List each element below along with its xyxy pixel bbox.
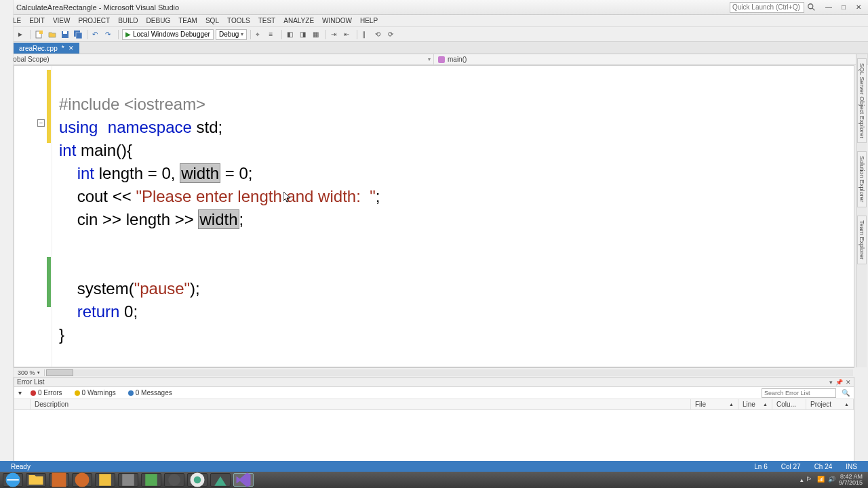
panel-dropdown-icon[interactable]: ▾ xyxy=(829,379,833,386)
toolbar-button-i[interactable]: ⟲ xyxy=(374,29,384,40)
filter-warnings[interactable]: 0 Warnings xyxy=(71,388,119,397)
menu-debug[interactable]: DEBUG xyxy=(142,17,175,24)
taskbar-app6-icon[interactable] xyxy=(164,473,184,487)
taskbar-explorer-icon[interactable] xyxy=(26,473,46,487)
taskbar-app4-icon[interactable] xyxy=(118,473,138,487)
col-project[interactable]: Project▲ xyxy=(806,399,854,409)
toolbar-button-a[interactable]: ⌖ xyxy=(254,29,265,40)
taskbar-app7-icon[interactable] xyxy=(210,473,231,487)
code-editor[interactable]: −#include <iostream> using namespace std… xyxy=(14,65,854,367)
svg-line-1 xyxy=(812,7,815,10)
toolbar-button-c[interactable]: ◧ xyxy=(285,29,296,40)
menu-team[interactable]: TEAM xyxy=(174,17,201,24)
tray-chevron-icon[interactable]: ▴ xyxy=(800,476,804,483)
team-explorer-tab[interactable]: Team Explorer xyxy=(857,216,867,264)
tray-clock[interactable]: 8:42 AM 9/7/2015 xyxy=(839,474,863,486)
col-line[interactable]: Line▲ xyxy=(738,399,772,409)
taskbar-vs-icon[interactable] xyxy=(233,473,254,487)
config-combo[interactable]: Debug xyxy=(216,29,247,40)
navigation-bar: (Global Scope) main() xyxy=(0,54,868,65)
open-button[interactable] xyxy=(47,29,58,40)
tab-arearec-cpp[interactable]: areaRec.cpp * ✕ xyxy=(14,43,79,54)
start-debugging-button[interactable]: ▶ Local Windows Debugger xyxy=(122,29,214,40)
quick-launch-input[interactable] xyxy=(730,2,804,13)
toolbar-button-j[interactable]: ⟳ xyxy=(387,29,397,40)
col-file[interactable]: File▲ xyxy=(691,399,738,409)
error-list-titlebar[interactable]: Error List ▾ 📌 ✕ xyxy=(14,378,854,387)
menu-project[interactable]: PROJECT xyxy=(74,17,114,24)
maximize-button[interactable]: □ xyxy=(837,2,850,13)
menu-edit[interactable]: EDIT xyxy=(25,17,49,24)
function-icon xyxy=(438,56,445,63)
error-list-filters: ▾ 0 Errors 0 Warnings 0 Messages 🔍 xyxy=(14,387,854,399)
toolbar-button-b[interactable]: ≡ xyxy=(267,29,278,40)
scrollbar-thumb[interactable] xyxy=(46,369,73,376)
menu-test[interactable]: TEST xyxy=(254,17,280,24)
close-button[interactable]: ✕ xyxy=(852,2,865,13)
taskbar-chrome-icon[interactable] xyxy=(187,473,208,487)
col-column[interactable]: Colu... xyxy=(772,399,806,409)
code-text: ; xyxy=(376,187,380,205)
menu-build[interactable]: BUILD xyxy=(114,17,142,24)
new-project-button[interactable] xyxy=(34,29,45,40)
left-tool-rail[interactable] xyxy=(0,0,14,488)
toolbar-button-h[interactable]: ∥ xyxy=(361,29,372,40)
tab-filename: areaRec.cpp xyxy=(19,45,58,52)
save-button[interactable] xyxy=(60,29,71,40)
sql-server-explorer-tab[interactable]: SQL Server Object Explorer xyxy=(857,58,867,143)
undo-button[interactable]: ↶ xyxy=(91,29,102,40)
code-text: int xyxy=(59,141,76,159)
code-text: = 0; xyxy=(220,164,252,182)
toolbar-button-f[interactable]: ⇥ xyxy=(330,29,340,40)
panel-pin-icon[interactable]: 📌 xyxy=(835,379,843,386)
taskbar-app1-icon[interactable] xyxy=(49,473,69,487)
menu-tools[interactable]: TOOLS xyxy=(223,17,254,24)
toolbar-button-e[interactable]: ▦ xyxy=(311,29,322,40)
fold-toggle-icon[interactable]: − xyxy=(37,119,45,127)
search-icon[interactable]: 🔍 xyxy=(842,389,850,396)
taskbar-app5-icon[interactable] xyxy=(141,473,161,487)
system-tray[interactable]: ▴ 🏳 📶 🔊 8:42 AM 9/7/2015 xyxy=(800,474,865,486)
taskbar-app2-icon[interactable] xyxy=(72,473,92,487)
svg-point-16 xyxy=(194,476,201,484)
redo-button[interactable]: ↷ xyxy=(104,29,115,40)
error-list-search-input[interactable] xyxy=(762,388,836,398)
horizontal-scrollbar[interactable] xyxy=(46,369,853,376)
taskbar-ie-icon[interactable] xyxy=(3,473,23,487)
code-text: cout << xyxy=(77,187,136,205)
zoom-combo[interactable]: 300 % xyxy=(14,369,45,376)
menu-window[interactable]: WINDOW xyxy=(318,17,356,24)
member-combo[interactable]: main() xyxy=(434,54,868,64)
code-text: "Please enter length and width: " xyxy=(136,187,375,205)
tab-close-icon[interactable]: ✕ xyxy=(68,45,74,52)
toolbar-button-g[interactable]: ⇤ xyxy=(342,29,353,40)
highlighted-symbol: width xyxy=(198,209,239,229)
filter-messages[interactable]: 0 Messages xyxy=(125,388,176,397)
svg-rect-3 xyxy=(39,30,43,34)
menu-help[interactable]: HELP xyxy=(356,17,382,24)
col-icon[interactable] xyxy=(14,399,31,409)
code-text: int xyxy=(77,164,94,182)
editor-gutter xyxy=(14,66,52,367)
filter-errors[interactable]: 0 Errors xyxy=(27,388,66,397)
menu-analyze[interactable]: ANALYZE xyxy=(279,17,318,24)
tray-flag-icon[interactable]: 🏳 xyxy=(806,476,814,484)
toolbar-button-d[interactable]: ◨ xyxy=(298,29,309,40)
taskbar-app3-icon[interactable] xyxy=(95,473,115,487)
search-icon[interactable] xyxy=(807,3,816,12)
scope-combo[interactable]: (Global Scope) xyxy=(0,54,434,64)
menu-view[interactable]: VIEW xyxy=(49,17,75,24)
code-text xyxy=(59,164,77,182)
menu-sql[interactable]: SQL xyxy=(201,17,223,24)
solution-explorer-tab[interactable]: Solution Explorer xyxy=(857,151,867,207)
panel-close-icon[interactable]: ✕ xyxy=(846,379,851,386)
col-description[interactable]: Description xyxy=(31,399,691,409)
svg-rect-11 xyxy=(99,474,111,486)
minimize-button[interactable]: — xyxy=(822,2,835,13)
tray-volume-icon[interactable]: 🔊 xyxy=(828,476,836,484)
filter-dropdown-icon[interactable]: ▾ xyxy=(18,389,22,396)
tray-network-icon[interactable]: 📶 xyxy=(817,476,825,484)
nav-fwd-button[interactable]: ► xyxy=(16,29,26,40)
save-all-button[interactable] xyxy=(73,29,83,40)
code-area[interactable]: −#include <iostream> using namespace std… xyxy=(52,66,854,367)
